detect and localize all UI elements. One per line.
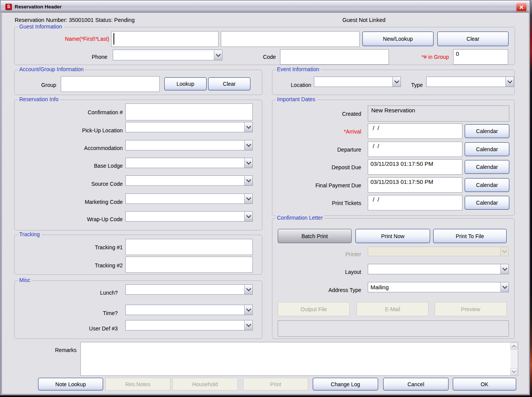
- guest-information-legend: Guest Information: [18, 23, 63, 30]
- wrap-up-code-value: [126, 216, 244, 217]
- arrival-calendar-button[interactable]: Calendar: [465, 124, 509, 138]
- deposit-calendar-button[interactable]: Calendar: [465, 160, 509, 174]
- phone-label: Phone: [69, 54, 107, 60]
- accommodation-label: Accommodation: [46, 145, 123, 151]
- dropdown-arrow-icon[interactable]: [244, 194, 252, 204]
- scroll-down-icon[interactable]: [510, 368, 517, 375]
- print-tickets-input[interactable]: / /: [368, 195, 462, 210]
- note-lookup-button[interactable]: Note Lookup: [38, 378, 103, 390]
- printer-select: [368, 247, 509, 256]
- close-icon[interactable]: ×: [516, 2, 527, 12]
- source-code-select[interactable]: [125, 175, 253, 186]
- layout-label: Layout: [284, 269, 361, 275]
- final-payment-calendar-button[interactable]: Calendar: [465, 178, 509, 192]
- new-lookup-button[interactable]: New/Lookup: [362, 32, 434, 46]
- dropdown-arrow-icon[interactable]: [505, 77, 514, 87]
- printer-value: [368, 251, 500, 252]
- dropdown-arrow-icon[interactable]: [500, 282, 509, 292]
- res-notes-button: Res.Notes: [105, 378, 170, 390]
- change-log-button[interactable]: Change Log: [313, 378, 378, 390]
- address-type-label: Address Type: [284, 287, 361, 293]
- dropdown-arrow-icon[interactable]: [244, 285, 252, 294]
- final-payment-label: Final Payment Due: [284, 182, 361, 188]
- confirmation-input[interactable]: [125, 103, 253, 120]
- output-file-button: Output File: [278, 302, 350, 316]
- base-lodge-select[interactable]: [125, 158, 253, 168]
- last-name-input[interactable]: [221, 31, 360, 47]
- accommodation-select[interactable]: [125, 140, 253, 150]
- screen: S Reservation Header × Reservation Numbe…: [0, 0, 532, 397]
- departure-input[interactable]: / /: [368, 142, 462, 157]
- user-def3-select[interactable]: [125, 320, 253, 330]
- wrap-up-code-label: Wrap-Up Code: [46, 216, 123, 222]
- dropdown-arrow-icon[interactable]: [244, 158, 252, 168]
- titlebar[interactable]: S Reservation Header ×: [1, 1, 529, 12]
- event-information-legend: Event Information: [275, 66, 321, 72]
- remarks-label: Remarks: [38, 347, 77, 353]
- departure-label: Departure: [284, 147, 361, 153]
- window-title: Reservation Header: [15, 4, 62, 10]
- dropdown-arrow-icon[interactable]: [244, 212, 252, 221]
- arrival-input[interactable]: / /: [368, 123, 462, 139]
- print-now-button[interactable]: Print Now: [355, 229, 430, 243]
- dropdown-arrow-icon[interactable]: [500, 264, 509, 274]
- tracking1-input[interactable]: [125, 239, 253, 255]
- dropdown-arrow-icon[interactable]: [244, 305, 252, 315]
- code-label: Code: [237, 54, 276, 60]
- in-group-label: *# in Group: [399, 54, 449, 60]
- type-select[interactable]: [426, 77, 514, 87]
- final-payment-input[interactable]: 03/11/2013 01:17:50 PM: [368, 177, 462, 193]
- remarks-input[interactable]: [81, 343, 510, 375]
- group-input[interactable]: [61, 76, 160, 92]
- location-select[interactable]: [314, 77, 401, 87]
- reservation-header-dialog: S Reservation Header × Reservation Numbe…: [0, 0, 530, 395]
- remarks-scrollbar[interactable]: [510, 343, 517, 375]
- time-label: Time?: [41, 310, 118, 316]
- print-to-file-button[interactable]: Print To File: [433, 229, 507, 243]
- pickup-location-select[interactable]: [125, 122, 253, 132]
- user-def3-value: [126, 325, 244, 326]
- base-lodge-value: [126, 162, 244, 164]
- lunch-value: [126, 289, 244, 290]
- guest-clear-button[interactable]: Clear: [437, 32, 509, 46]
- dropdown-arrow-icon[interactable]: [214, 50, 222, 60]
- preview-button: Preview: [435, 302, 507, 316]
- time-select[interactable]: [125, 305, 253, 315]
- dropdown-arrow-icon[interactable]: [244, 320, 252, 330]
- confirmation-label: Confirmation #: [46, 109, 123, 115]
- deposit-due-input[interactable]: 03/11/2013 01:17:50 PM: [368, 159, 462, 175]
- marketing-code-value: [126, 198, 244, 200]
- dropdown-arrow-icon[interactable]: [244, 122, 252, 132]
- marketing-code-select[interactable]: [125, 193, 253, 204]
- lunch-select[interactable]: [125, 284, 253, 295]
- address-type-value: Mailing: [368, 283, 500, 291]
- group-clear-button[interactable]: Clear: [208, 77, 250, 90]
- misc-legend: Misc: [18, 277, 32, 283]
- print-tickets-calendar-button[interactable]: Calendar: [465, 196, 509, 210]
- type-value: [427, 81, 505, 83]
- ok-button[interactable]: OK: [453, 378, 516, 390]
- first-name-input[interactable]: [111, 31, 218, 47]
- departure-calendar-button[interactable]: Calendar: [465, 142, 509, 156]
- dropdown-arrow-icon[interactable]: [244, 176, 252, 185]
- confirmation-letter-legend: Confirmation Letter: [275, 215, 324, 221]
- group-lookup-button[interactable]: Lookup: [164, 77, 207, 90]
- arrival-label: *Arrival: [284, 128, 361, 135]
- phone-select[interactable]: [113, 50, 222, 60]
- dropdown-arrow-icon[interactable]: [244, 140, 252, 150]
- pickup-location-label: Pick-Up Location: [46, 127, 123, 133]
- scroll-up-icon[interactable]: [510, 343, 517, 350]
- tracking2-input[interactable]: [125, 257, 253, 273]
- in-group-input[interactable]: 0: [453, 49, 508, 65]
- lunch-label: Lunch?: [41, 290, 118, 296]
- code-input[interactable]: [280, 49, 389, 65]
- tracking-legend: Tracking: [18, 231, 41, 237]
- address-type-select[interactable]: Mailing: [368, 282, 509, 292]
- pickup-location-value: [126, 127, 244, 128]
- text-cursor: [113, 33, 114, 45]
- batch-print-button[interactable]: Batch Print: [278, 229, 352, 243]
- account-group-legend: Account/Group Information: [18, 66, 85, 72]
- cancel-button[interactable]: Cancel: [383, 378, 449, 390]
- wrap-up-code-select[interactable]: [125, 211, 253, 222]
- layout-select[interactable]: [368, 264, 509, 274]
